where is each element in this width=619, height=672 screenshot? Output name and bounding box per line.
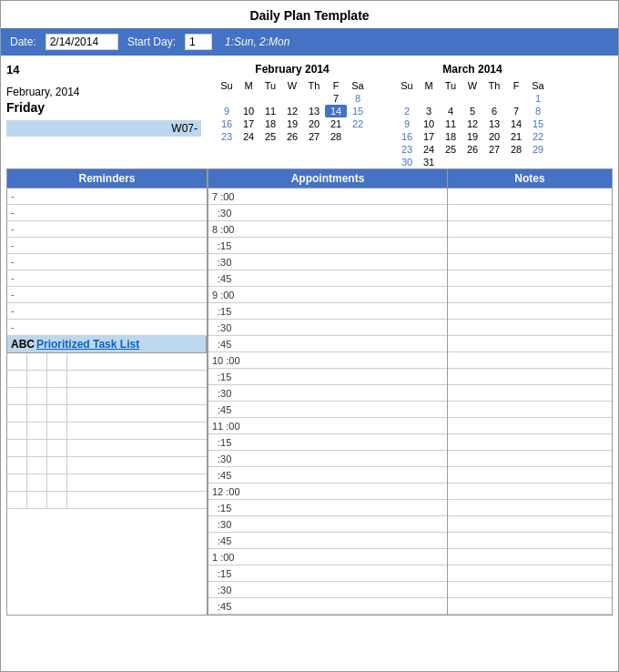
appointment-slot: 12 :00	[208, 484, 447, 500]
appt-time: :45	[218, 535, 254, 546]
feb-cell	[347, 130, 369, 143]
list-item	[448, 549, 612, 565]
mar-cell	[483, 156, 505, 168]
appt-time: 1 :00	[212, 552, 249, 563]
mar-cell	[505, 92, 527, 105]
page-title: Daily Plan Template	[1, 1, 618, 28]
mar-cell: 3	[418, 105, 440, 117]
appointment-slot: :45	[208, 336, 447, 352]
appt-time: :15	[218, 240, 254, 251]
feb-cell: 10	[238, 105, 259, 117]
task-cell-b	[27, 388, 47, 404]
appointments-column: Appointments 7 :00 :30 8 :00 :15 :30 :45…	[208, 169, 448, 615]
mar-header-m: M	[418, 79, 440, 92]
task-cell-a	[7, 474, 27, 491]
mar-cell: 20	[483, 130, 505, 143]
calendars-area: February 2014 Su M Tu W Th F Sa	[207, 63, 613, 168]
appt-time: :45	[218, 601, 254, 612]
startday-label: Start Day:	[127, 36, 176, 48]
appt-time: :15	[218, 503, 254, 514]
list-item	[448, 418, 612, 434]
february-grid: Su M Tu W Th F Sa	[216, 79, 369, 143]
feb-cell: 26	[281, 130, 303, 143]
list-item	[448, 533, 612, 549]
list-item	[7, 405, 207, 423]
main-content: 14 February, 2014 Friday W07- February 2…	[1, 56, 618, 168]
day-number: 14	[6, 63, 201, 76]
list-item	[448, 369, 612, 385]
list-item	[7, 423, 207, 440]
startday-input[interactable]	[185, 34, 212, 50]
appointment-slot: :15	[208, 565, 447, 582]
table-row: 23 24 25 26 27 28 29	[396, 143, 549, 156]
feb-header-su: Su	[216, 79, 238, 92]
feb-cell: 8	[347, 92, 369, 105]
table-row: 30 31	[396, 156, 549, 168]
task-cell-c	[47, 388, 67, 404]
table-row: 7 8	[216, 92, 369, 105]
list-item	[448, 221, 612, 238]
appointment-slot: :45	[208, 598, 447, 615]
appointment-slot: :45	[208, 533, 447, 549]
feb-cell-today: 14	[325, 105, 347, 117]
list-item	[448, 336, 612, 352]
list-item: -	[7, 254, 207, 270]
feb-cell: 21	[325, 117, 347, 130]
task-cell-c	[47, 457, 67, 473]
task-cell-a	[7, 371, 27, 387]
feb-header-sa: Sa	[347, 79, 369, 92]
appointment-slot: 11 :00	[208, 418, 447, 434]
feb-cell: 17	[238, 117, 259, 130]
appointment-slot: :15	[208, 369, 447, 385]
feb-cell: 13	[303, 105, 325, 117]
task-cell-text	[67, 388, 207, 404]
appointment-slot: :45	[208, 467, 447, 484]
table-row: 2 3 4 5 6 7 8	[396, 105, 549, 117]
mar-cell: 9	[396, 117, 418, 130]
task-cell-a	[7, 353, 27, 370]
task-cell-a	[7, 457, 27, 473]
task-cell-c	[47, 353, 67, 370]
day-name: Friday	[6, 100, 201, 115]
task-cell-b	[27, 423, 47, 439]
list-item	[448, 516, 612, 533]
mar-cell	[505, 156, 527, 168]
list-item	[448, 582, 612, 598]
appt-time: :45	[218, 470, 254, 481]
left-column: Reminders - - - - - - - - - ABC Prioriti…	[7, 169, 208, 615]
mar-cell: 10	[418, 117, 440, 130]
table-row: 23 24 25 26 27 28	[216, 130, 369, 143]
task-cell-text	[67, 474, 207, 491]
appointment-slot: :45	[208, 270, 447, 287]
feb-cell	[216, 92, 238, 105]
date-input[interactable]	[46, 34, 118, 50]
month-year-label: February, 2014	[6, 86, 201, 98]
task-cell-c	[47, 423, 67, 439]
mar-cell: 19	[462, 130, 483, 143]
mar-cell: 11	[440, 117, 462, 130]
mar-cell: 22	[527, 130, 549, 143]
mar-cell	[527, 156, 549, 168]
appointment-slot: :30	[208, 451, 447, 467]
appointment-slot: :15	[208, 303, 447, 320]
appt-time: :30	[218, 322, 254, 333]
appointment-slot: :15	[208, 238, 447, 254]
appt-time: :30	[218, 257, 254, 268]
list-item	[7, 371, 207, 388]
feb-cell: 28	[325, 130, 347, 143]
table-row: 9 10 11 12 13 14 15	[216, 105, 369, 117]
list-item	[448, 254, 612, 270]
mar-cell: 2	[396, 105, 418, 117]
list-item: -	[7, 303, 207, 320]
appt-time: :15	[218, 372, 254, 382]
task-cell-b	[27, 492, 47, 508]
feb-header-f: F	[325, 79, 347, 92]
mar-header-sa: Sa	[527, 79, 549, 92]
appt-time: :15	[218, 437, 254, 448]
appointments-header: Appointments	[208, 169, 447, 188]
header-bar: Date: Start Day: 1:Sun, 2:Mon	[1, 28, 618, 56]
mar-cell: 30	[396, 156, 418, 168]
mar-cell: 5	[462, 105, 483, 117]
list-item	[7, 492, 207, 509]
feb-header-m: M	[238, 79, 259, 92]
